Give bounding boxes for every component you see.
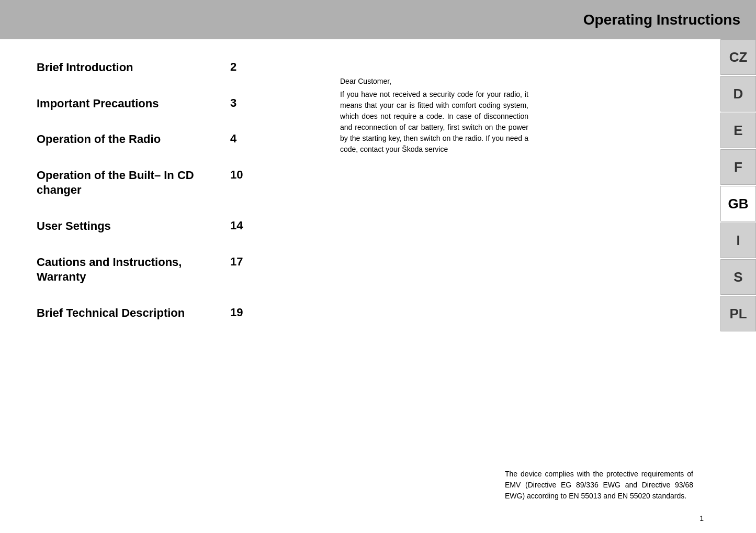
toc-page-5: 14 (230, 219, 251, 232)
toc-title-4: Operation of the Built– In CD changer (37, 168, 215, 198)
language-tabs: CZ D E F GB I S PL (720, 39, 756, 332)
lang-tab-e[interactable]: E (720, 113, 756, 148)
toc-item-5: User Settings 14 (37, 219, 309, 238)
lang-tab-f[interactable]: F (720, 149, 756, 185)
lang-tab-gb[interactable]: GB (720, 186, 756, 221)
page-title: Operating Instructions (583, 12, 740, 28)
toc-title-5: User Settings (37, 219, 215, 234)
lang-tab-i[interactable]: I (720, 223, 756, 258)
header-bar: Operating Instructions (0, 0, 756, 39)
page-number: 1 (699, 514, 704, 523)
toc-page-7: 19 (230, 306, 251, 319)
customer-body: If you have not received a security code… (340, 89, 528, 155)
toc-page-3: 4 (230, 132, 251, 146)
toc-column: Brief Introduction 2 Important Precautio… (37, 60, 309, 512)
lang-tab-pl[interactable]: PL (720, 296, 756, 331)
right-column: Dear Customer, If you have not received … (309, 60, 694, 512)
toc-item-3: Operation of the Radio 4 (37, 132, 309, 151)
toc-page-4: 10 (230, 168, 251, 182)
toc-item-2: Important Precautions 3 (37, 96, 309, 116)
toc-item-6: Cautions and Instructions, Warranty 17 (37, 255, 309, 289)
lang-tab-d[interactable]: D (720, 76, 756, 112)
toc-title-3: Operation of the Radio (37, 132, 215, 147)
toc-title-6: Cautions and Instructions, Warranty (37, 255, 215, 285)
toc-item-1: Brief Introduction 2 (37, 60, 309, 80)
toc-page-1: 2 (230, 60, 251, 74)
toc-title-2: Important Precautions (37, 96, 215, 112)
toc-page-2: 3 (230, 96, 251, 110)
customer-greeting: Dear Customer, (340, 76, 528, 87)
customer-note: Dear Customer, If you have not received … (340, 76, 528, 155)
compliance-note: The device complies with the protective … (505, 458, 693, 502)
lang-tab-s[interactable]: S (720, 259, 756, 295)
toc-item-7: Brief Technical Description 19 (37, 306, 309, 325)
toc-item-4: Operation of the Built– In CD changer 10 (37, 168, 309, 202)
toc-title-7: Brief Technical Description (37, 306, 215, 321)
toc-page-6: 17 (230, 255, 251, 269)
toc-title-1: Brief Introduction (37, 60, 215, 75)
lang-tab-cz[interactable]: CZ (720, 39, 756, 75)
